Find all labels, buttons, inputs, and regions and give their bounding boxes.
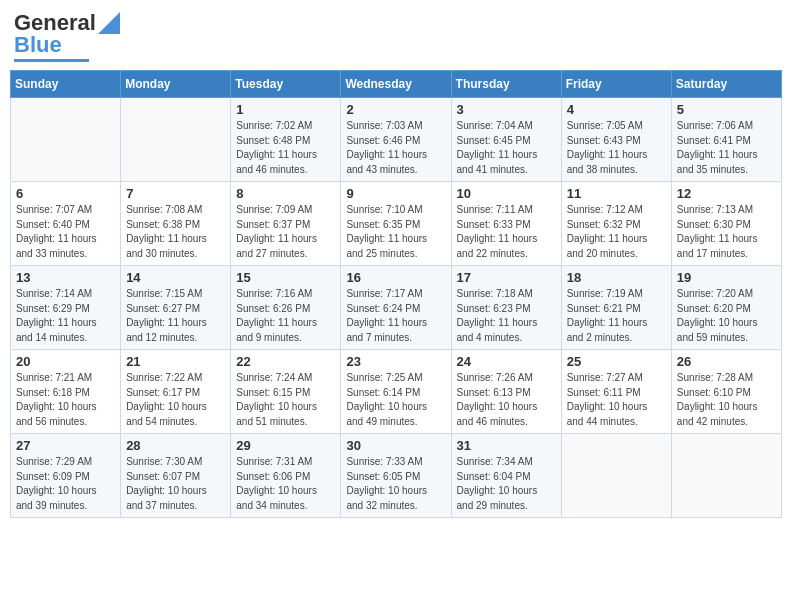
day-info: Sunrise: 7:15 AMSunset: 6:27 PMDaylight:… [126, 287, 225, 345]
day-number: 20 [16, 354, 115, 369]
day-number: 1 [236, 102, 335, 117]
day-number: 4 [567, 102, 666, 117]
day-info: Sunrise: 7:06 AMSunset: 6:41 PMDaylight:… [677, 119, 776, 177]
day-number: 11 [567, 186, 666, 201]
calendar-cell: 27Sunrise: 7:29 AMSunset: 6:09 PMDayligh… [11, 434, 121, 518]
day-info: Sunrise: 7:31 AMSunset: 6:06 PMDaylight:… [236, 455, 335, 513]
calendar-cell: 14Sunrise: 7:15 AMSunset: 6:27 PMDayligh… [121, 266, 231, 350]
calendar-cell: 9Sunrise: 7:10 AMSunset: 6:35 PMDaylight… [341, 182, 451, 266]
calendar-cell: 3Sunrise: 7:04 AMSunset: 6:45 PMDaylight… [451, 98, 561, 182]
weekday-header: Wednesday [341, 71, 451, 98]
calendar-cell: 11Sunrise: 7:12 AMSunset: 6:32 PMDayligh… [561, 182, 671, 266]
day-info: Sunrise: 7:03 AMSunset: 6:46 PMDaylight:… [346, 119, 445, 177]
day-info: Sunrise: 7:18 AMSunset: 6:23 PMDaylight:… [457, 287, 556, 345]
day-number: 12 [677, 186, 776, 201]
day-info: Sunrise: 7:08 AMSunset: 6:38 PMDaylight:… [126, 203, 225, 261]
calendar-cell: 12Sunrise: 7:13 AMSunset: 6:30 PMDayligh… [671, 182, 781, 266]
day-number: 23 [346, 354, 445, 369]
day-info: Sunrise: 7:16 AMSunset: 6:26 PMDaylight:… [236, 287, 335, 345]
day-info: Sunrise: 7:34 AMSunset: 6:04 PMDaylight:… [457, 455, 556, 513]
calendar-cell: 1Sunrise: 7:02 AMSunset: 6:48 PMDaylight… [231, 98, 341, 182]
calendar-cell: 17Sunrise: 7:18 AMSunset: 6:23 PMDayligh… [451, 266, 561, 350]
day-info: Sunrise: 7:21 AMSunset: 6:18 PMDaylight:… [16, 371, 115, 429]
day-number: 22 [236, 354, 335, 369]
calendar-cell: 18Sunrise: 7:19 AMSunset: 6:21 PMDayligh… [561, 266, 671, 350]
calendar-cell: 5Sunrise: 7:06 AMSunset: 6:41 PMDaylight… [671, 98, 781, 182]
day-info: Sunrise: 7:14 AMSunset: 6:29 PMDaylight:… [16, 287, 115, 345]
day-number: 25 [567, 354, 666, 369]
day-number: 29 [236, 438, 335, 453]
calendar-week-row: 27Sunrise: 7:29 AMSunset: 6:09 PMDayligh… [11, 434, 782, 518]
calendar-cell: 16Sunrise: 7:17 AMSunset: 6:24 PMDayligh… [341, 266, 451, 350]
weekday-header: Saturday [671, 71, 781, 98]
calendar-cell: 6Sunrise: 7:07 AMSunset: 6:40 PMDaylight… [11, 182, 121, 266]
calendar-cell: 22Sunrise: 7:24 AMSunset: 6:15 PMDayligh… [231, 350, 341, 434]
calendar-cell: 13Sunrise: 7:14 AMSunset: 6:29 PMDayligh… [11, 266, 121, 350]
weekday-header: Monday [121, 71, 231, 98]
day-number: 27 [16, 438, 115, 453]
day-info: Sunrise: 7:19 AMSunset: 6:21 PMDaylight:… [567, 287, 666, 345]
day-number: 30 [346, 438, 445, 453]
logo-icon [98, 12, 120, 34]
calendar-cell: 15Sunrise: 7:16 AMSunset: 6:26 PMDayligh… [231, 266, 341, 350]
logo-underline [14, 59, 89, 62]
day-number: 2 [346, 102, 445, 117]
day-number: 31 [457, 438, 556, 453]
day-info: Sunrise: 7:17 AMSunset: 6:24 PMDaylight:… [346, 287, 445, 345]
day-number: 26 [677, 354, 776, 369]
day-info: Sunrise: 7:22 AMSunset: 6:17 PMDaylight:… [126, 371, 225, 429]
day-number: 8 [236, 186, 335, 201]
calendar-cell: 7Sunrise: 7:08 AMSunset: 6:38 PMDaylight… [121, 182, 231, 266]
calendar-week-row: 20Sunrise: 7:21 AMSunset: 6:18 PMDayligh… [11, 350, 782, 434]
calendar-cell: 4Sunrise: 7:05 AMSunset: 6:43 PMDaylight… [561, 98, 671, 182]
day-number: 13 [16, 270, 115, 285]
day-info: Sunrise: 7:27 AMSunset: 6:11 PMDaylight:… [567, 371, 666, 429]
day-number: 15 [236, 270, 335, 285]
calendar-cell: 26Sunrise: 7:28 AMSunset: 6:10 PMDayligh… [671, 350, 781, 434]
day-number: 16 [346, 270, 445, 285]
day-info: Sunrise: 7:09 AMSunset: 6:37 PMDaylight:… [236, 203, 335, 261]
day-number: 24 [457, 354, 556, 369]
calendar-table: SundayMondayTuesdayWednesdayThursdayFrid… [10, 70, 782, 518]
calendar-header-row: SundayMondayTuesdayWednesdayThursdayFrid… [11, 71, 782, 98]
logo-general: General [14, 10, 96, 36]
day-number: 19 [677, 270, 776, 285]
calendar-cell [671, 434, 781, 518]
weekday-header: Sunday [11, 71, 121, 98]
day-info: Sunrise: 7:25 AMSunset: 6:14 PMDaylight:… [346, 371, 445, 429]
weekday-header: Friday [561, 71, 671, 98]
weekday-header: Tuesday [231, 71, 341, 98]
calendar-cell: 8Sunrise: 7:09 AMSunset: 6:37 PMDaylight… [231, 182, 341, 266]
calendar-cell: 28Sunrise: 7:30 AMSunset: 6:07 PMDayligh… [121, 434, 231, 518]
day-info: Sunrise: 7:24 AMSunset: 6:15 PMDaylight:… [236, 371, 335, 429]
calendar-cell: 20Sunrise: 7:21 AMSunset: 6:18 PMDayligh… [11, 350, 121, 434]
day-info: Sunrise: 7:07 AMSunset: 6:40 PMDaylight:… [16, 203, 115, 261]
day-info: Sunrise: 7:05 AMSunset: 6:43 PMDaylight:… [567, 119, 666, 177]
day-info: Sunrise: 7:11 AMSunset: 6:33 PMDaylight:… [457, 203, 556, 261]
svg-marker-0 [98, 12, 120, 34]
day-number: 5 [677, 102, 776, 117]
day-number: 6 [16, 186, 115, 201]
day-number: 18 [567, 270, 666, 285]
calendar-cell: 19Sunrise: 7:20 AMSunset: 6:20 PMDayligh… [671, 266, 781, 350]
day-info: Sunrise: 7:12 AMSunset: 6:32 PMDaylight:… [567, 203, 666, 261]
day-info: Sunrise: 7:28 AMSunset: 6:10 PMDaylight:… [677, 371, 776, 429]
calendar-cell: 2Sunrise: 7:03 AMSunset: 6:46 PMDaylight… [341, 98, 451, 182]
calendar-cell: 21Sunrise: 7:22 AMSunset: 6:17 PMDayligh… [121, 350, 231, 434]
calendar-cell: 31Sunrise: 7:34 AMSunset: 6:04 PMDayligh… [451, 434, 561, 518]
page-header: General Blue [10, 10, 782, 62]
calendar-cell [561, 434, 671, 518]
calendar-cell [121, 98, 231, 182]
day-number: 7 [126, 186, 225, 201]
calendar-cell: 24Sunrise: 7:26 AMSunset: 6:13 PMDayligh… [451, 350, 561, 434]
calendar-cell: 10Sunrise: 7:11 AMSunset: 6:33 PMDayligh… [451, 182, 561, 266]
calendar-week-row: 1Sunrise: 7:02 AMSunset: 6:48 PMDaylight… [11, 98, 782, 182]
day-info: Sunrise: 7:29 AMSunset: 6:09 PMDaylight:… [16, 455, 115, 513]
calendar-cell: 30Sunrise: 7:33 AMSunset: 6:05 PMDayligh… [341, 434, 451, 518]
day-info: Sunrise: 7:26 AMSunset: 6:13 PMDaylight:… [457, 371, 556, 429]
day-info: Sunrise: 7:10 AMSunset: 6:35 PMDaylight:… [346, 203, 445, 261]
day-info: Sunrise: 7:30 AMSunset: 6:07 PMDaylight:… [126, 455, 225, 513]
day-number: 17 [457, 270, 556, 285]
weekday-header: Thursday [451, 71, 561, 98]
day-info: Sunrise: 7:02 AMSunset: 6:48 PMDaylight:… [236, 119, 335, 177]
